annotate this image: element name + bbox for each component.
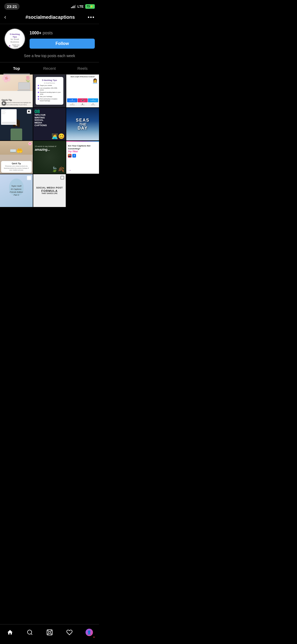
- signal-bar-1: [71, 7, 72, 8]
- post4-reel-icon: ⏹: [27, 109, 31, 114]
- post10-text: Taylor SwiftIG Captions:Friends EditionP…: [9, 183, 24, 197]
- post10-reel-icon: ⏹: [27, 176, 31, 180]
- battery-badge: 73⚡: [85, 4, 95, 9]
- post4-screen-text: ────────────────────────────: [2, 110, 16, 114]
- back-button[interactable]: ‹: [4, 14, 13, 21]
- tab-reels[interactable]: Reels: [66, 62, 99, 74]
- signal-bar-2: [72, 6, 73, 8]
- post-2[interactable]: 5 Hashtag Tipsfor Small Business Target …: [33, 75, 66, 107]
- tab-top[interactable]: Top: [0, 62, 33, 74]
- content-tabs: Top Recent Reels: [0, 62, 99, 75]
- posts-grid: 🌸 🌷 Quick Tip Share customer testimonial…: [0, 75, 99, 207]
- post7-title: Quick Tip: [2, 162, 30, 165]
- profile-info: 1000+ posts Follow: [30, 29, 95, 49]
- signal-bars: [71, 4, 76, 8]
- post5-tips-label: TIPS FORWRITINGSOCIALMEDIACAPTIONS: [35, 114, 65, 127]
- post3-person: 👩‍💼: [92, 78, 98, 84]
- post-7[interactable]: ⌨️🤲 🌸 Quick Tip Showcase your unique pro…: [0, 141, 33, 174]
- post7-body: Showcase your unique products by featuri…: [2, 165, 30, 171]
- posts-count: 1000+ posts: [30, 29, 95, 36]
- post-8[interactable]: 13 words to say instead of amazing... 🍃🍂: [33, 141, 66, 174]
- status-right: LTE 73⚡: [71, 4, 95, 9]
- post6-seas: SEAS: [76, 118, 89, 122]
- more-options-button[interactable]: •••: [88, 14, 95, 20]
- post6-day: DAY: [76, 126, 89, 130]
- instagram-icon: 📷: [68, 154, 72, 158]
- status-bar: 23:21 LTE 73⚡: [0, 0, 99, 12]
- post-6[interactable]: SEAS THE DAY: [66, 108, 99, 141]
- post11-line3: THAT SAVES LIFE: [36, 192, 63, 195]
- status-time: 23:21: [4, 3, 20, 10]
- post11-reel-indicator: [60, 176, 64, 180]
- post9-arrow: →: [68, 168, 72, 172]
- post3-title: Ideal Length Of Business Content?: [67, 76, 98, 78]
- post8-text: 13 words to say instead of: [35, 145, 64, 148]
- post5-emoji: 🧑‍💻😊: [51, 133, 65, 139]
- post-10[interactable]: ⏹ Taylor SwiftIG Captions:Friends Editio…: [0, 174, 33, 207]
- post-3[interactable]: Ideal Length Of Business Content? 👩‍💼 f …: [66, 75, 99, 107]
- post11-line1: SOCIAL MEDIA POST: [36, 186, 63, 189]
- signal-bar-3: [74, 6, 74, 8]
- profile-subtitle: See a few top posts each week: [0, 52, 99, 62]
- post5-number: 08: [35, 109, 65, 114]
- facebook-icon: f: [72, 154, 76, 158]
- post8-amazing: amazing...: [35, 148, 64, 151]
- post9-cta: Try This!: [68, 150, 97, 153]
- follow-button[interactable]: Follow: [30, 39, 95, 49]
- post1-title: Quick Tip: [2, 99, 31, 101]
- page-title: #socialmediacaptions: [25, 15, 75, 20]
- post-11[interactable]: SOCIAL MEDIA POST FORMULA THAT SAVES LIF…: [33, 174, 66, 207]
- page-header: ‹ #socialmediacaptions •••: [0, 12, 99, 24]
- post2-title: 5 Hashtag Tipsfor Small Business: [38, 79, 61, 84]
- tab-recent[interactable]: Recent: [33, 62, 66, 74]
- post2-card: 5 Hashtag Tipsfor Small Business Target …: [36, 77, 63, 105]
- post9-title: Are Your Captions Not Converting?: [68, 145, 97, 150]
- post11-line2: FORMULA: [36, 189, 63, 192]
- card-title: 5 Hashtag Tipsfor Small Business: [9, 33, 21, 43]
- avatar-card: 5 Hashtag Tipsfor Small Business Target …: [5, 29, 25, 49]
- post-1[interactable]: 🌸 🌷 Quick Tip Share customer testimonial…: [0, 75, 33, 107]
- signal-bar-4: [75, 5, 76, 8]
- post-4[interactable]: ──────────────────────────── ⏹: [0, 108, 33, 141]
- hashtag-avatar: 5 Hashtag Tipsfor Small Business Target …: [4, 28, 25, 49]
- hashtag-preview-card: 5 Hashtag Tipsfor Small Business Target …: [7, 31, 23, 47]
- profile-section: 5 Hashtag Tipsfor Small Business Target …: [0, 24, 99, 52]
- post-5[interactable]: 08 TIPS FORWRITINGSOCIALMEDIACAPTIONS 🧑‍…: [33, 108, 66, 141]
- post1-play-icon: [2, 101, 6, 106]
- lte-label: LTE: [77, 4, 84, 8]
- post-9[interactable]: Are Your Captions Not Converting? Try Th…: [66, 141, 99, 174]
- post6-the: THE: [76, 122, 89, 126]
